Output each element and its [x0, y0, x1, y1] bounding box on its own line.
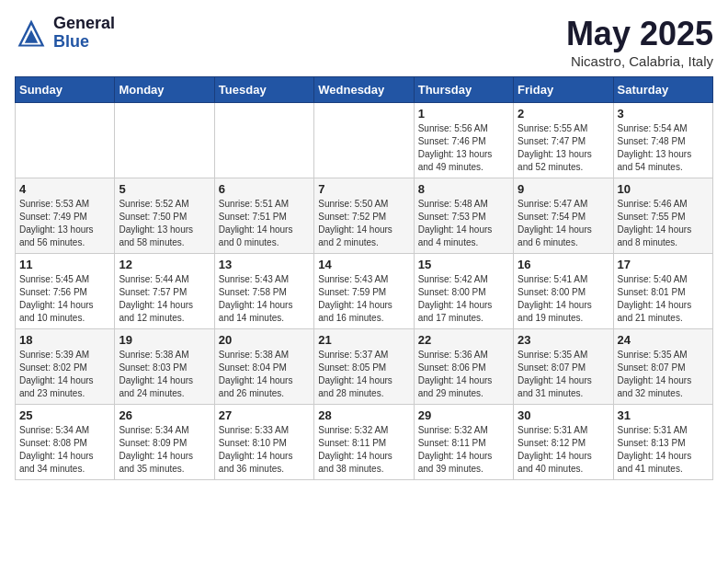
day-info: Sunrise: 5:34 AM Sunset: 8:09 PM Dayligh…	[119, 424, 210, 476]
calendar-cell: 16Sunrise: 5:41 AM Sunset: 8:00 PM Dayli…	[514, 254, 613, 329]
calendar-cell: 4Sunrise: 5:53 AM Sunset: 7:49 PM Daylig…	[16, 178, 115, 254]
calendar-cell: 9Sunrise: 5:47 AM Sunset: 7:54 PM Daylig…	[514, 178, 613, 254]
day-number: 25	[19, 408, 110, 422]
calendar-cell: 3Sunrise: 5:54 AM Sunset: 7:48 PM Daylig…	[613, 103, 712, 178]
calendar-week-2: 4Sunrise: 5:53 AM Sunset: 7:49 PM Daylig…	[16, 178, 713, 254]
day-info: Sunrise: 5:43 AM Sunset: 7:59 PM Dayligh…	[318, 273, 409, 325]
calendar-cell	[115, 103, 214, 178]
calendar-table: Sunday Monday Tuesday Wednesday Thursday…	[15, 76, 713, 480]
day-info: Sunrise: 5:55 AM Sunset: 7:47 PM Dayligh…	[518, 122, 609, 174]
day-info: Sunrise: 5:48 AM Sunset: 7:53 PM Dayligh…	[418, 198, 509, 249]
day-info: Sunrise: 5:31 AM Sunset: 8:13 PM Dayligh…	[618, 424, 709, 476]
calendar-cell: 14Sunrise: 5:43 AM Sunset: 7:59 PM Dayli…	[314, 254, 414, 329]
day-info: Sunrise: 5:54 AM Sunset: 7:48 PM Dayligh…	[618, 122, 709, 174]
day-number: 2	[518, 107, 609, 121]
calendar-cell: 11Sunrise: 5:45 AM Sunset: 7:56 PM Dayli…	[16, 254, 115, 329]
calendar-cell: 19Sunrise: 5:38 AM Sunset: 8:03 PM Dayli…	[115, 329, 214, 405]
calendar-cell: 25Sunrise: 5:34 AM Sunset: 8:08 PM Dayli…	[16, 405, 115, 480]
calendar-cell: 10Sunrise: 5:46 AM Sunset: 7:55 PM Dayli…	[613, 178, 712, 254]
header-friday: Friday	[514, 77, 613, 103]
header-wednesday: Wednesday	[314, 77, 414, 103]
header-tuesday: Tuesday	[214, 77, 313, 103]
day-info: Sunrise: 5:56 AM Sunset: 7:46 PM Dayligh…	[418, 122, 509, 174]
header-sunday: Sunday	[16, 77, 115, 103]
day-number: 29	[418, 408, 509, 422]
day-number: 5	[119, 182, 210, 196]
day-info: Sunrise: 5:34 AM Sunset: 8:08 PM Dayligh…	[19, 424, 110, 476]
day-info: Sunrise: 5:45 AM Sunset: 7:56 PM Dayligh…	[19, 273, 110, 325]
day-info: Sunrise: 5:53 AM Sunset: 7:49 PM Dayligh…	[19, 198, 110, 249]
day-number: 30	[518, 408, 609, 422]
day-number: 20	[219, 333, 310, 347]
calendar-cell: 27Sunrise: 5:33 AM Sunset: 8:10 PM Dayli…	[214, 405, 313, 480]
day-number: 17	[618, 258, 709, 271]
day-number: 8	[418, 182, 509, 196]
calendar-cell: 22Sunrise: 5:36 AM Sunset: 8:06 PM Dayli…	[414, 329, 513, 405]
day-number: 3	[618, 107, 709, 121]
day-info: Sunrise: 5:38 AM Sunset: 8:03 PM Dayligh…	[119, 349, 210, 400]
calendar-cell	[16, 103, 115, 178]
day-number: 16	[518, 258, 609, 271]
day-number: 15	[418, 258, 509, 271]
day-number: 4	[19, 182, 110, 196]
calendar-cell: 1Sunrise: 5:56 AM Sunset: 7:46 PM Daylig…	[414, 103, 513, 178]
logo: General Blue	[15, 15, 115, 52]
calendar-cell: 26Sunrise: 5:34 AM Sunset: 8:09 PM Dayli…	[115, 405, 214, 480]
day-info: Sunrise: 5:44 AM Sunset: 7:57 PM Dayligh…	[119, 273, 210, 325]
day-info: Sunrise: 5:32 AM Sunset: 8:11 PM Dayligh…	[418, 424, 509, 476]
logo-icon	[15, 17, 48, 50]
day-info: Sunrise: 5:51 AM Sunset: 7:51 PM Dayligh…	[219, 198, 310, 249]
calendar-cell: 12Sunrise: 5:44 AM Sunset: 7:57 PM Dayli…	[115, 254, 214, 329]
day-info: Sunrise: 5:35 AM Sunset: 8:07 PM Dayligh…	[618, 349, 709, 400]
day-number: 12	[119, 258, 210, 271]
calendar-cell: 13Sunrise: 5:43 AM Sunset: 7:58 PM Dayli…	[214, 254, 313, 329]
calendar-cell: 29Sunrise: 5:32 AM Sunset: 8:11 PM Dayli…	[414, 405, 513, 480]
day-info: Sunrise: 5:50 AM Sunset: 7:52 PM Dayligh…	[318, 198, 409, 249]
day-number: 28	[318, 408, 409, 422]
calendar-cell: 28Sunrise: 5:32 AM Sunset: 8:11 PM Dayli…	[314, 405, 414, 480]
calendar-week-4: 18Sunrise: 5:39 AM Sunset: 8:02 PM Dayli…	[16, 329, 713, 405]
day-number: 6	[219, 182, 310, 196]
day-info: Sunrise: 5:37 AM Sunset: 8:05 PM Dayligh…	[318, 349, 409, 400]
calendar-week-5: 25Sunrise: 5:34 AM Sunset: 8:08 PM Dayli…	[16, 405, 713, 480]
day-number: 24	[618, 333, 709, 347]
logo-blue-text: Blue	[53, 33, 115, 52]
day-info: Sunrise: 5:46 AM Sunset: 7:55 PM Dayligh…	[618, 198, 709, 249]
header-monday: Monday	[115, 77, 214, 103]
day-number: 23	[518, 333, 609, 347]
day-info: Sunrise: 5:31 AM Sunset: 8:12 PM Dayligh…	[518, 424, 609, 476]
calendar-cell	[214, 103, 313, 178]
calendar-cell: 31Sunrise: 5:31 AM Sunset: 8:13 PM Dayli…	[613, 405, 712, 480]
day-number: 7	[318, 182, 409, 196]
day-info: Sunrise: 5:43 AM Sunset: 7:58 PM Dayligh…	[219, 273, 310, 325]
calendar-cell: 8Sunrise: 5:48 AM Sunset: 7:53 PM Daylig…	[414, 178, 513, 254]
day-number: 1	[418, 107, 509, 121]
day-number: 22	[418, 333, 509, 347]
calendar-cell: 15Sunrise: 5:42 AM Sunset: 8:00 PM Dayli…	[414, 254, 513, 329]
day-info: Sunrise: 5:40 AM Sunset: 8:01 PM Dayligh…	[618, 273, 709, 325]
calendar-cell: 30Sunrise: 5:31 AM Sunset: 8:12 PM Dayli…	[514, 405, 613, 480]
day-number: 21	[318, 333, 409, 347]
logo-text: General Blue	[53, 15, 115, 52]
day-number: 19	[119, 333, 210, 347]
day-number: 9	[518, 182, 609, 196]
header: General Blue May 2025 Nicastro, Calabria…	[15, 15, 713, 69]
calendar-cell: 5Sunrise: 5:52 AM Sunset: 7:50 PM Daylig…	[115, 178, 214, 254]
month-title: May 2025	[566, 15, 713, 53]
day-number: 10	[618, 182, 709, 196]
day-info: Sunrise: 5:47 AM Sunset: 7:54 PM Dayligh…	[518, 198, 609, 249]
calendar-week-3: 11Sunrise: 5:45 AM Sunset: 7:56 PM Dayli…	[16, 254, 713, 329]
calendar-cell: 17Sunrise: 5:40 AM Sunset: 8:01 PM Dayli…	[613, 254, 712, 329]
day-number: 27	[219, 408, 310, 422]
header-saturday: Saturday	[613, 77, 712, 103]
day-number: 13	[219, 258, 310, 271]
calendar-cell: 24Sunrise: 5:35 AM Sunset: 8:07 PM Dayli…	[613, 329, 712, 405]
days-header-row: Sunday Monday Tuesday Wednesday Thursday…	[16, 77, 713, 103]
calendar-week-1: 1Sunrise: 5:56 AM Sunset: 7:46 PM Daylig…	[16, 103, 713, 178]
day-info: Sunrise: 5:38 AM Sunset: 8:04 PM Dayligh…	[219, 349, 310, 400]
day-info: Sunrise: 5:41 AM Sunset: 8:00 PM Dayligh…	[518, 273, 609, 325]
calendar-cell	[314, 103, 414, 178]
calendar-cell: 6Sunrise: 5:51 AM Sunset: 7:51 PM Daylig…	[214, 178, 313, 254]
calendar-cell: 21Sunrise: 5:37 AM Sunset: 8:05 PM Dayli…	[314, 329, 414, 405]
subtitle: Nicastro, Calabria, Italy	[566, 53, 713, 69]
